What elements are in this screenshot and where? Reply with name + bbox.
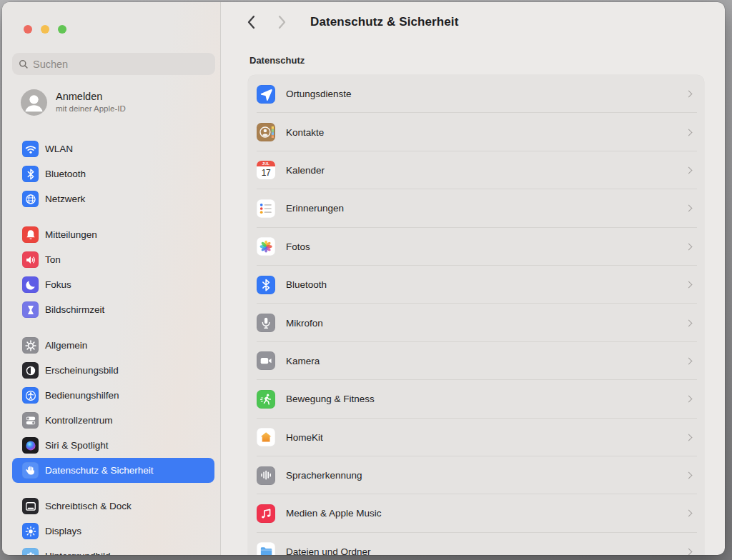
home-icon [257,428,275,446]
sidebar-group-3: Schreibtisch & DockDisplaysHintergrundbi… [12,494,214,555]
privacy-item-bluetooth[interactable]: Bluetooth [248,266,704,304]
chevron-right-icon [686,129,693,136]
privacy-item-label: Bewegung & Fitness [286,394,676,404]
privacy-item-label: Dateien und Ordner [286,546,676,555]
close-button[interactable] [24,25,32,34]
chevron-right-icon [686,548,693,555]
sidebar-item-allgemein[interactable]: Allgemein [12,333,214,358]
sidebar-group-1: MitteilungenTonFokusBildschirmzeit [12,222,214,322]
sidebar-group-0: WLANBluetoothNetzwerk [12,136,214,211]
privacy-item-mikrofon[interactable]: Mikrofon [248,304,704,341]
search-placeholder: Suchen [33,59,68,70]
contacts-icon [257,123,275,141]
privacy-item-label: Kalender [286,165,676,176]
folder-icon [257,542,275,555]
chevron-right-icon [686,281,693,289]
privacy-item-kontakte[interactable]: Kontakte [248,113,704,151]
chevron-right-icon [686,167,693,174]
siri-icon [22,437,39,454]
main-pane: Datenschutz & Sicherheit Datenschutz Ort… [221,2,725,555]
sidebar-item-label: Hintergrundbild [45,551,111,555]
camera-icon [257,351,275,370]
sign-in-row[interactable]: Anmelden mit deiner Apple-ID [12,86,214,118]
minimize-button[interactable] [41,25,49,34]
privacy-item-ortungsdienste[interactable]: Ortungsdienste [248,75,704,113]
privacy-item-label: Mikrofon [286,318,676,329]
sidebar-item-hintergrundbild[interactable]: Hintergrundbild [12,544,214,555]
privacy-item-label: Fotos [286,241,676,252]
sidebar-item-label: Kontrollzentrum [45,415,113,426]
sidebar-item-bildschirmzeit[interactable]: Bildschirmzeit [12,297,214,322]
sidebar-item-label: Siri & Spotlight [45,440,109,451]
sidebar-item-erscheinungsbild[interactable]: Erscheinungsbild [12,358,214,383]
privacy-item-label: Kamera [286,356,676,366]
privacy-item-medien-apple-music[interactable]: Medien & Apple Music [248,494,704,532]
sidebar-item-label: Fokus [45,279,71,290]
sidebar-item-mitteilungen[interactable]: Mitteilungen [12,222,214,247]
bluetooth-icon [22,166,39,182]
chevron-right-icon [686,396,693,403]
calendar-month-label: JUL [257,161,275,166]
sidebar: Suchen Anmelden mit deiner Apple-ID WLAN… [2,2,220,555]
globe-icon [22,191,39,207]
section-title: Datenschutz [249,55,305,66]
sidebar-item-label: Bedienungshilfen [45,390,119,401]
toggles-icon [22,412,39,429]
bell-icon [22,226,39,243]
moon-icon [22,276,39,293]
page-title: Datenschutz & Sicherheit [310,15,458,29]
main-header: Datenschutz & Sicherheit [221,2,725,42]
back-button[interactable] [244,14,257,31]
chevron-right-icon [686,91,693,98]
calendar-icon: JUL17 [257,161,275,179]
sign-in-subtitle: mit deiner Apple-ID [56,104,126,114]
sidebar-item-datenschutz-sicherheit[interactable]: Datenschutz & Sicherheit [12,458,214,483]
privacy-item-label: Spracherkennung [286,470,676,481]
calendar-day-label: 17 [257,166,275,179]
sidebar-item-kontrollzentrum[interactable]: Kontrollzentrum [12,408,214,433]
privacy-item-label: Erinnerungen [286,203,676,214]
gear-icon [22,337,39,354]
chevron-right-icon [686,319,693,326]
chevron-right-icon [686,205,693,212]
sidebar-group-2: AllgemeinErscheinungsbildBedienungshilfe… [12,333,214,483]
privacy-item-label: Kontakte [286,127,676,138]
privacy-item-homekit[interactable]: HomeKit [248,419,704,456]
sun-icon [22,523,39,539]
reminders-icon [257,199,275,218]
zoom-button[interactable] [58,25,66,34]
privacy-item-kalender[interactable]: JUL17Kalender [248,151,704,189]
sidebar-item-label: Netzwerk [45,194,85,204]
search-icon [19,59,29,69]
photos-icon [257,237,275,256]
privacy-item-dateien-und-ordner[interactable]: Dateien und Ordner [248,533,704,555]
sidebar-item-label: Displays [45,526,81,536]
sidebar-item-bedienungshilfen[interactable]: Bedienungshilfen [12,383,214,408]
sidebar-item-displays[interactable]: Displays [12,519,214,544]
search-input[interactable]: Suchen [12,53,215,75]
privacy-item-erinnerungen[interactable]: Erinnerungen [248,189,704,227]
chevron-left-icon [247,15,255,29]
bluetooth-icon [257,276,275,294]
forward-button[interactable] [276,14,289,31]
accessibility-icon [22,387,39,404]
privacy-item-label: Bluetooth [286,279,676,290]
hourglass-icon [22,301,39,318]
avatar [21,89,47,116]
sidebar-item-siri-spotlight[interactable]: Siri & Spotlight [12,433,214,458]
chevron-right-icon [686,510,693,517]
system-settings-window: Suchen Anmelden mit deiner Apple-ID WLAN… [2,2,725,555]
appearance-icon [22,362,39,379]
privacy-item-fotos[interactable]: Fotos [248,228,704,266]
sidebar-item-wlan[interactable]: WLAN [12,136,214,161]
sidebar-item-bluetooth[interactable]: Bluetooth [12,161,214,186]
sidebar-item-schreibtisch-dock[interactable]: Schreibtisch & Dock [12,494,214,519]
privacy-item-bewegung-fitness[interactable]: Bewegung & Fitness [248,380,704,418]
sidebar-item-fokus[interactable]: Fokus [12,272,214,297]
flower-icon [22,548,39,555]
privacy-item-kamera[interactable]: Kamera [248,342,704,380]
microphone-icon [257,314,275,332]
privacy-item-spracherkennung[interactable]: Spracherkennung [248,456,704,494]
sidebar-item-ton[interactable]: Ton [12,247,214,272]
sidebar-item-netzwerk[interactable]: Netzwerk [12,186,214,211]
